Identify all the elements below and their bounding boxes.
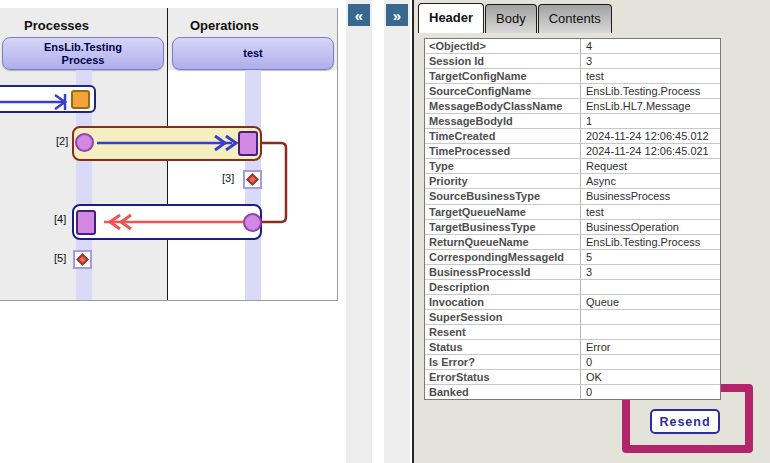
event-4-source-marker[interactable] <box>243 213 262 232</box>
resend-button-label: Resend <box>659 415 710 429</box>
process-host-label-line2: Process <box>62 54 105 67</box>
table-row: ReturnQueueNameEnsLib.Testing.Process <box>425 235 720 250</box>
table-row: PriorityAsync <box>425 174 720 189</box>
process-host-label-line1: EnsLib.Testing <box>44 41 122 54</box>
splitter-strip-right: » <box>384 0 410 463</box>
table-row: TimeCreated2024-11-24 12:06:45.012 <box>425 129 720 144</box>
field-label: TimeProcessed <box>425 144 581 158</box>
table-row: TimeProcessed2024-11-24 12:06:45.021 <box>425 144 720 159</box>
field-value: BusinessOperation <box>581 220 720 234</box>
table-row: <ObjectId>4 <box>425 39 720 54</box>
field-label: CorrespondingMessageId <box>425 250 581 264</box>
field-value: test <box>581 69 720 83</box>
field-label: ReturnQueueName <box>425 235 581 249</box>
table-row: ErrorStatusOK <box>425 370 720 385</box>
field-label: TargetBusinessType <box>425 220 581 234</box>
event-4-box[interactable] <box>72 204 262 240</box>
table-row: CorrespondingMessageId5 <box>425 250 720 265</box>
event-4-target-marker[interactable] <box>76 210 96 235</box>
table-row: TypeRequest <box>425 159 720 174</box>
field-value <box>581 325 720 339</box>
field-value: EnsLib.Testing.Process <box>581 84 720 98</box>
table-row: Resent <box>425 325 720 340</box>
operations-column-title: Operations <box>190 18 259 33</box>
tab-contents[interactable]: Contents <box>538 4 612 33</box>
field-value: test <box>581 205 720 219</box>
event-2-index: [2] <box>56 135 68 147</box>
event-2-target-marker[interactable] <box>238 131 258 156</box>
expand-right-button[interactable]: » <box>386 4 408 26</box>
event-5-index: [5] <box>54 252 66 264</box>
visual-trace-panel: Processes Operations EnsLib.Testing Proc… <box>0 8 338 301</box>
field-label: TargetConfigName <box>425 69 581 83</box>
field-label: Description <box>425 280 581 294</box>
diamond-icon <box>246 173 259 186</box>
field-label: TimeCreated <box>425 129 581 143</box>
event-2-box[interactable] <box>72 126 262 161</box>
field-label: SourceConfigName <box>425 84 581 98</box>
table-row: SourceConfigNameEnsLib.Testing.Process <box>425 84 720 99</box>
table-row: TargetQueueNametest <box>425 205 720 220</box>
field-label: MessageBodyClassName <box>425 99 581 113</box>
table-row: TargetBusinessTypeBusinessOperation <box>425 220 720 235</box>
field-label: SuperSession <box>425 310 581 324</box>
field-label: SourceBusinessType <box>425 189 581 203</box>
chevron-left-icon: « <box>355 7 363 24</box>
field-label: Status <box>425 340 581 354</box>
field-label: <ObjectId> <box>425 39 581 53</box>
field-value: 1 <box>581 114 720 128</box>
table-row: SuperSession <box>425 310 720 325</box>
field-value: Error <box>581 340 720 354</box>
field-value: EnsLib.Testing.Process <box>581 235 720 249</box>
field-label: ErrorStatus <box>425 370 581 384</box>
field-label: Type <box>425 159 581 173</box>
field-label: Is Error? <box>425 355 581 369</box>
field-label: Resent <box>425 325 581 339</box>
operation-host-box[interactable]: test <box>172 37 334 70</box>
table-row: TargetConfigNametest <box>425 69 720 84</box>
message-detail-panel: Header Body Contents <ObjectId>4Session … <box>412 0 770 463</box>
header-table: <ObjectId>4Session Id3TargetConfigNamete… <box>424 38 721 400</box>
event-3-index: [3] <box>222 172 234 184</box>
field-value: Async <box>581 174 720 188</box>
field-value: Request <box>581 159 720 173</box>
event-2-source-marker[interactable] <box>75 133 94 152</box>
operation-host-label: test <box>243 47 263 60</box>
field-value: 0 <box>581 355 720 369</box>
table-row: Banked0 <box>425 385 720 399</box>
event-1-endpoint-marker[interactable] <box>71 90 90 109</box>
field-label: Priority <box>425 174 581 188</box>
event-5-activity-marker[interactable] <box>73 250 92 269</box>
field-value: 5 <box>581 250 720 264</box>
field-value <box>581 280 720 294</box>
event-4-index: [4] <box>54 213 66 225</box>
process-host-box[interactable]: EnsLib.Testing Process <box>2 37 164 70</box>
field-label: BusinessProcessId <box>425 265 581 279</box>
collapse-left-button[interactable]: « <box>348 4 370 26</box>
processes-column-title: Processes <box>24 18 89 33</box>
table-row: StatusError <box>425 340 720 355</box>
field-value: EnsLib.HL7.Message <box>581 99 720 113</box>
field-label: MessageBodyId <box>425 114 581 128</box>
field-value: 0 <box>581 385 720 399</box>
field-value: 4 <box>581 39 720 53</box>
detail-tab-bar: Header Body Contents <box>418 3 613 33</box>
field-value <box>581 310 720 324</box>
field-value: Queue <box>581 295 720 309</box>
field-value: BusinessProcess <box>581 189 720 203</box>
field-value: 3 <box>581 54 720 68</box>
table-row: Session Id3 <box>425 54 720 69</box>
chevron-right-icon: » <box>393 7 401 24</box>
tab-body[interactable]: Body <box>485 4 537 33</box>
table-row: MessageBodyClassNameEnsLib.HL7.Message <box>425 99 720 114</box>
table-row: Is Error?0 <box>425 355 720 370</box>
table-row: InvocationQueue <box>425 295 720 310</box>
resend-button[interactable]: Resend <box>650 409 720 434</box>
table-row: BusinessProcessId3 <box>425 265 720 280</box>
tab-header[interactable]: Header <box>418 3 484 33</box>
field-label: Banked <box>425 385 581 399</box>
field-label: Session Id <box>425 54 581 68</box>
field-label: TargetQueueName <box>425 205 581 219</box>
field-value: 3 <box>581 265 720 279</box>
event-3-activity-marker[interactable] <box>243 170 262 189</box>
